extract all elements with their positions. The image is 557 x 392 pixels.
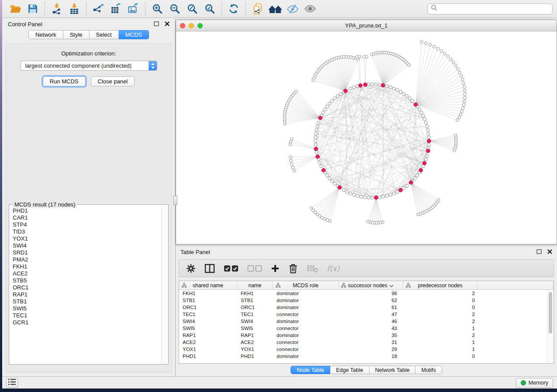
table-scrollbar-thumb[interactable] <box>549 292 552 334</box>
select-all-checkboxes-icon[interactable] <box>224 265 239 272</box>
network-node-mcds[interactable] <box>399 188 403 192</box>
network-node[interactable] <box>427 132 430 135</box>
network-node[interactable] <box>314 143 317 146</box>
tab-edge-table[interactable]: Edge Table <box>330 366 369 374</box>
network-node[interactable] <box>454 64 457 67</box>
network-node-mcds[interactable] <box>427 139 431 143</box>
mcds-result-item[interactable]: STB1 <box>13 298 161 305</box>
network-node[interactable] <box>402 186 405 189</box>
mcds-result-item[interactable]: YOX1 <box>13 235 161 242</box>
mcds-result-item[interactable]: TEC1 <box>13 312 161 319</box>
network-node[interactable] <box>389 193 392 196</box>
network-node[interactable] <box>317 121 320 124</box>
network-node[interactable] <box>463 86 466 89</box>
vertical-splitter-handle[interactable] <box>173 196 177 205</box>
copy-network-view-icon[interactable] <box>249 1 266 16</box>
network-node[interactable] <box>420 111 423 114</box>
network-node[interactable] <box>408 97 411 100</box>
mcds-result-item[interactable]: FKH1 <box>13 263 161 270</box>
network-node[interactable] <box>405 185 408 188</box>
mcds-result-item[interactable]: ORC1 <box>13 284 161 291</box>
network-node[interactable] <box>458 116 461 119</box>
import-table-icon[interactable] <box>66 1 83 16</box>
network-node[interactable] <box>295 90 298 93</box>
table-row[interactable]: FKH1FKH1dominator962 <box>179 290 547 297</box>
network-node[interactable] <box>370 196 374 199</box>
network-node[interactable] <box>290 163 293 166</box>
table-row[interactable]: SWI4SWI4dominator462 <box>179 318 547 325</box>
network-node[interactable] <box>358 55 361 58</box>
network-node[interactable] <box>336 94 339 97</box>
network-node[interactable] <box>396 89 399 92</box>
network-node[interactable] <box>429 43 432 46</box>
tab-node-table[interactable]: Node Table <box>291 366 330 374</box>
network-node[interactable] <box>291 166 294 169</box>
column-settings-gear-icon[interactable] <box>186 264 196 273</box>
network-node[interactable] <box>322 111 325 114</box>
network-node[interactable] <box>385 194 388 197</box>
first-neighbors-icon[interactable] <box>266 1 284 16</box>
mcds-result-item[interactable]: SWI4 <box>13 242 161 249</box>
delete-table-icon[interactable] <box>307 264 318 273</box>
mcds-result-list[interactable]: PHD1CAR1STP4TID3YOX1SWI4SRD1PMA2FKH1ACE2… <box>10 205 161 364</box>
add-column-icon[interactable] <box>271 264 280 273</box>
network-node[interactable] <box>427 136 430 139</box>
network-node[interactable] <box>432 45 436 48</box>
table-row[interactable]: SWI5SWI5connector431 <box>179 325 547 332</box>
hide-selected-icon[interactable] <box>284 1 301 16</box>
network-node[interactable] <box>458 71 461 74</box>
network-graph[interactable] <box>176 32 553 244</box>
tab-network[interactable]: Network <box>28 30 63 39</box>
mcds-result-item[interactable]: ACE2 <box>13 270 161 277</box>
show-columns-icon[interactable] <box>204 264 215 273</box>
network-window-titlebar[interactable]: YPA_prune.txt_1 <box>176 20 557 31</box>
network-node[interactable] <box>356 194 359 197</box>
network-node[interactable] <box>315 132 318 135</box>
mcds-result-item[interactable]: SWI5 <box>13 305 161 312</box>
network-node[interactable] <box>464 96 467 100</box>
network-canvas[interactable] <box>176 32 557 244</box>
zoom-in-icon[interactable] <box>149 1 166 16</box>
network-node-mcds[interactable] <box>322 168 325 172</box>
network-node[interactable] <box>316 125 319 128</box>
network-node-mcds[interactable] <box>422 161 426 165</box>
network-node-mcds[interactable] <box>414 103 418 107</box>
column-header-shared-name[interactable]: shared name <box>179 281 237 289</box>
tab-select[interactable]: Select <box>90 30 119 39</box>
function-builder-icon[interactable]: f(x) <box>327 264 339 273</box>
mcds-result-item[interactable]: TID3 <box>13 228 161 235</box>
network-node[interactable] <box>329 220 332 223</box>
network-node[interactable] <box>370 83 374 86</box>
mcds-result-item[interactable]: GCR1 <box>13 319 161 326</box>
network-node[interactable] <box>460 75 463 78</box>
network-node[interactable] <box>289 143 292 146</box>
network-node-mcds[interactable] <box>318 116 322 120</box>
network-node[interactable] <box>456 119 459 122</box>
close-table-panel-icon[interactable] <box>547 249 552 255</box>
close-panel-icon[interactable] <box>165 21 170 28</box>
network-node[interactable] <box>396 190 399 193</box>
network-node[interactable] <box>353 86 356 89</box>
column-header-name[interactable]: name <box>237 281 273 289</box>
network-node[interactable] <box>363 196 366 199</box>
network-node[interactable] <box>402 92 405 95</box>
network-node[interactable] <box>290 138 293 141</box>
network-node[interactable] <box>330 179 333 182</box>
network-node-mcds[interactable] <box>419 168 423 172</box>
network-node[interactable] <box>328 102 331 105</box>
network-node[interactable] <box>422 114 425 117</box>
network-node[interactable] <box>367 196 370 199</box>
network-node[interactable] <box>367 220 370 223</box>
save-icon[interactable] <box>24 1 42 16</box>
network-node[interactable] <box>315 128 318 131</box>
network-node[interactable] <box>425 158 428 161</box>
network-node[interactable] <box>365 55 368 58</box>
network-node[interactable] <box>453 149 456 152</box>
mcds-result-item[interactable]: SRD1 <box>13 249 161 256</box>
network-node[interactable] <box>423 118 426 121</box>
network-node[interactable] <box>314 136 317 139</box>
network-node-mcds[interactable] <box>338 186 342 189</box>
network-node[interactable] <box>293 169 296 172</box>
network-node[interactable] <box>392 192 395 195</box>
table-row[interactable]: PHD1PHD1dominator180 <box>179 353 547 360</box>
